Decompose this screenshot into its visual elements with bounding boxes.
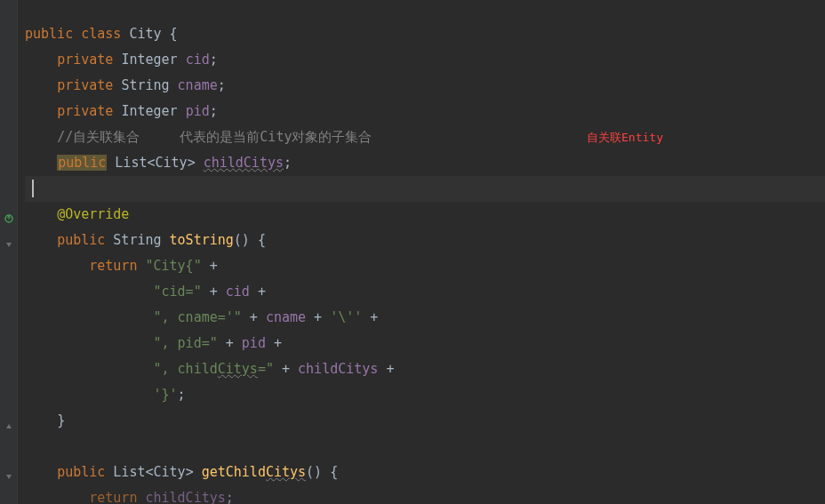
code-line: public List<City> getChildCitys() { bbox=[25, 460, 825, 485]
code-line: ", childCitys=" + childCitys + bbox=[25, 356, 825, 382]
code-line: private Integer cid; bbox=[25, 47, 825, 73]
fold-icon[interactable] bbox=[4, 240, 14, 251]
code-line: public String toString() { bbox=[25, 228, 825, 253]
code-line-active bbox=[25, 176, 825, 202]
code-line: private Integer pid; bbox=[25, 99, 825, 124]
text-cursor bbox=[32, 180, 34, 197]
override-gutter-icon[interactable] bbox=[4, 213, 14, 224]
code-line: ", cname='" + cname + '\'' + bbox=[25, 305, 825, 331]
code-line bbox=[25, 434, 825, 460]
code-line: "cid=" + cid + bbox=[25, 279, 825, 305]
code-line: private String cname; bbox=[25, 73, 825, 99]
code-line: public List<City> childCitys; bbox=[25, 150, 825, 176]
code-line: //自关联集合 代表的是当前City对象的子集合自关联Entity bbox=[25, 124, 825, 150]
code-line: return childCitys; bbox=[25, 485, 825, 504]
editor-gutter bbox=[0, 0, 18, 504]
fold-icon[interactable] bbox=[4, 472, 14, 483]
code-line: ", pid=" + pid + bbox=[25, 331, 825, 356]
annotation-text: 自关联Entity bbox=[587, 124, 663, 150]
code-line: return "City{" + bbox=[25, 253, 825, 279]
code-line: @Override bbox=[25, 202, 825, 228]
fold-icon[interactable] bbox=[4, 420, 14, 431]
code-line: public class City { bbox=[25, 21, 825, 47]
code-editor[interactable]: public class City { private Integer cid;… bbox=[18, 0, 825, 504]
code-line: } bbox=[25, 408, 825, 434]
code-line: '}'; bbox=[25, 382, 825, 408]
